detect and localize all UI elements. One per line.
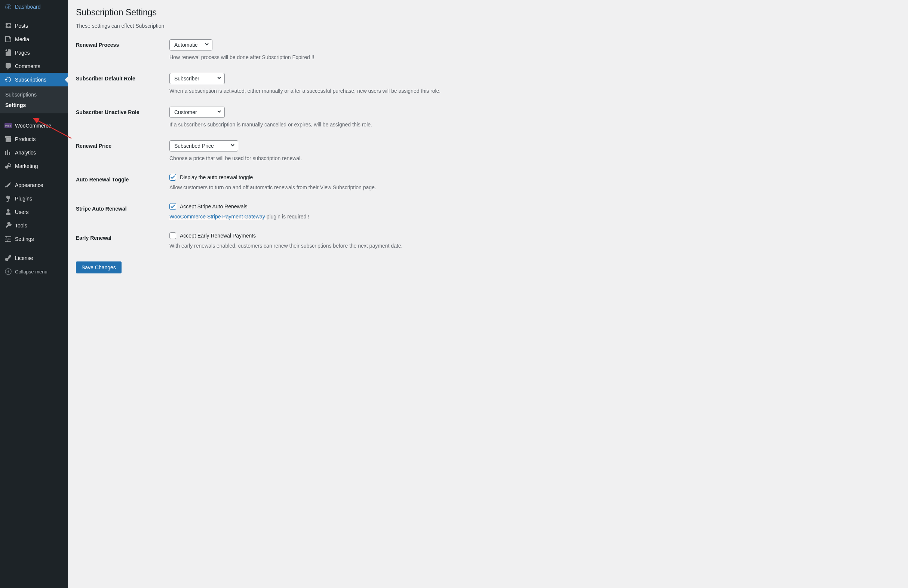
sidebar-item-pages[interactable]: Pages (0, 46, 68, 60)
sidebar-item-settings[interactable]: Settings (0, 232, 68, 246)
sidebar-item-label: Users (15, 209, 29, 215)
comments-icon (5, 63, 12, 70)
sidebar-item-label: Tools (15, 222, 27, 229)
sidebar-item-marketing[interactable]: Marketing (0, 159, 68, 173)
sidebar-subitem-settings[interactable]: Settings (0, 100, 68, 110)
sidebar-submenu: Subscriptions Settings (0, 86, 68, 113)
save-changes-button[interactable]: Save Changes (76, 261, 122, 274)
unactive-role-select[interactable]: Customer (169, 106, 225, 118)
renewal-price-label: Renewal Price (76, 143, 111, 149)
renewal-process-label: Renewal Process (76, 42, 119, 48)
field-unactive-role: Subscriber Unactive Role Customer If a s… (76, 106, 900, 127)
archive-icon (5, 135, 12, 143)
sidebar-separator (0, 175, 68, 177)
pin-icon (5, 22, 12, 29)
default-role-select[interactable]: Subscriber (169, 73, 225, 84)
admin-sidebar: Dashboard Posts Media Pages Comments Sub… (0, 0, 68, 588)
sidebar-item-license[interactable]: License (0, 251, 68, 265)
stripe-auto-renewal-description: WooCommerce Stripe Payment Gateway plugi… (169, 214, 900, 219)
sidebar-subitem-subscriptions[interactable]: Subscriptions (0, 89, 68, 100)
sidebar-subitem-label: Settings (5, 102, 26, 108)
stripe-gateway-link[interactable]: WooCommerce Stripe Payment Gateway (169, 214, 267, 219)
unactive-role-label: Subscriber Unactive Role (76, 109, 140, 115)
early-renewal-checkbox[interactable] (169, 232, 176, 239)
megaphone-icon (5, 162, 12, 170)
sidebar-item-label: Plugins (15, 196, 32, 201)
sidebar-item-label: Media (15, 36, 29, 42)
sidebar-item-appearance[interactable]: Appearance (0, 179, 68, 192)
sidebar-item-label: Posts (15, 23, 28, 29)
early-renewal-checkbox-label: Accept Early Renewal Payments (180, 233, 256, 238)
sidebar-item-tools[interactable]: Tools (0, 219, 68, 232)
check-icon (170, 175, 175, 180)
sidebar-separator (0, 115, 68, 117)
sidebar-item-label: Marketing (15, 163, 38, 169)
field-auto-renewal-toggle: Auto Renewal Toggle Display the auto ren… (76, 174, 900, 190)
sidebar-item-posts[interactable]: Posts (0, 19, 68, 32)
sidebar-item-products[interactable]: Products (0, 132, 68, 146)
page-title: Subscription Settings (76, 5, 900, 18)
stripe-auto-renewal-label: Stripe Auto Renewal (76, 206, 127, 212)
sidebar-separator (0, 15, 68, 17)
sidebar-item-label: Collapse menu (15, 269, 47, 275)
wrench-icon (5, 222, 12, 229)
stripe-auto-renewal-checkbox-label: Accept Stripe Auto Renewals (180, 203, 248, 209)
key-icon (5, 255, 12, 262)
field-early-renewal: Early Renewal Accept Early Renewal Payme… (76, 232, 900, 249)
woo-badge: Woo (5, 123, 12, 128)
sidebar-item-media[interactable]: Media (0, 32, 68, 46)
sidebar-item-collapse[interactable]: Collapse menu (0, 265, 68, 278)
brush-icon (5, 181, 12, 189)
sidebar-item-label: Appearance (15, 182, 43, 188)
page-subtitle: These settings can effect Subscription (76, 23, 900, 29)
default-role-label: Subscriber Default Role (76, 76, 135, 82)
unactive-role-description: If a subscriber's subscription is manual… (169, 122, 900, 127)
sidebar-item-dashboard[interactable]: Dashboard (0, 0, 68, 13)
check-icon (170, 204, 175, 209)
auto-renewal-toggle-checkbox[interactable] (169, 174, 176, 180)
field-default-role: Subscriber Default Role Subscriber When … (76, 73, 900, 94)
sidebar-item-subscriptions[interactable]: Subscriptions (0, 73, 68, 86)
sliders-icon (5, 235, 12, 243)
sidebar-item-label: WooCommerce (15, 123, 51, 129)
sidebar-item-label: Analytics (15, 150, 36, 156)
sidebar-item-label: License (15, 255, 33, 261)
default-role-description: When a subscription is activated, either… (169, 88, 900, 94)
stripe-description-end: plugin is required ! (267, 214, 309, 219)
chart-bar-icon (5, 149, 12, 156)
sidebar-subitem-label: Subscriptions (5, 92, 37, 98)
renewal-process-select[interactable]: Automatic (169, 39, 213, 50)
renewal-process-description: How renewal process will be done after S… (169, 54, 900, 60)
user-icon (5, 208, 12, 216)
sidebar-item-label: Settings (15, 236, 34, 242)
renewal-price-description: Choose a price that will be used for sub… (169, 155, 900, 161)
dashboard-icon (5, 3, 12, 10)
collapse-icon (5, 268, 12, 275)
refresh-icon (5, 76, 12, 84)
sidebar-item-label: Subscriptions (15, 77, 47, 83)
sidebar-item-comments[interactable]: Comments (0, 60, 68, 73)
main-content: Subscription Settings These settings can… (68, 0, 908, 588)
sidebar-separator (0, 248, 68, 250)
sidebar-item-label: Pages (15, 50, 30, 56)
renewal-price-select[interactable]: Subscribed Price (169, 140, 238, 151)
sidebar-item-plugins[interactable]: Plugins (0, 192, 68, 205)
sidebar-item-woocommerce[interactable]: Woo WooCommerce (0, 119, 68, 132)
plug-icon (5, 195, 12, 202)
sidebar-item-label: Comments (15, 63, 40, 69)
sidebar-item-label: Dashboard (15, 4, 41, 10)
stripe-auto-renewal-checkbox[interactable] (169, 203, 176, 210)
field-renewal-process: Renewal Process Automatic How renewal pr… (76, 39, 900, 60)
sidebar-item-analytics[interactable]: Analytics (0, 146, 68, 159)
auto-renewal-toggle-description: Allow customers to turn on and off autom… (169, 184, 900, 190)
early-renewal-label: Early Renewal (76, 235, 111, 241)
early-renewal-description: With early renewals enabled, customers c… (169, 243, 900, 249)
field-renewal-price: Renewal Price Subscribed Price Choose a … (76, 140, 900, 161)
media-icon (5, 35, 12, 43)
sidebar-item-label: Products (15, 136, 35, 142)
auto-renewal-toggle-checkbox-label: Display the auto renewal toggle (180, 174, 253, 180)
sidebar-item-users[interactable]: Users (0, 205, 68, 219)
woo-icon: Woo (5, 122, 12, 129)
auto-renewal-toggle-label: Auto Renewal Toggle (76, 177, 129, 182)
pages-icon (5, 49, 12, 56)
